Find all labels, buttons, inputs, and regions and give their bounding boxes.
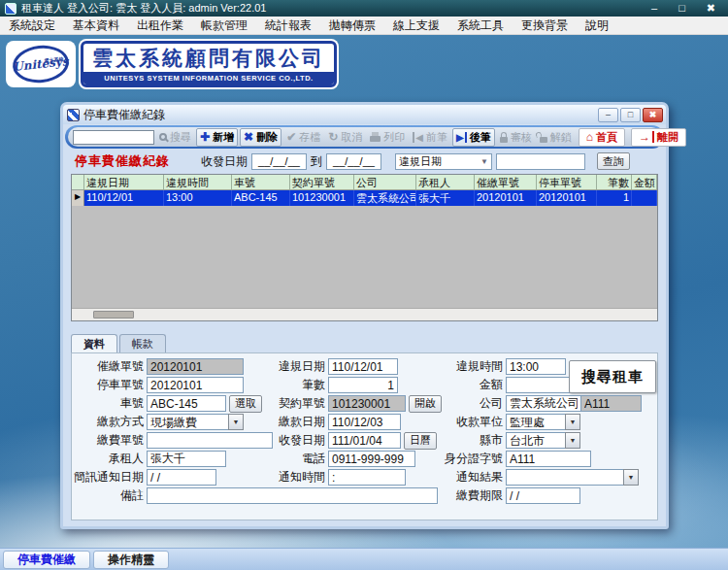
- toolbar-cancel-button[interactable]: ↻ 取消: [325, 129, 365, 146]
- menu-basic-data[interactable]: 基本資料: [64, 17, 128, 34]
- toolbar-exit-button[interactable]: → 離開: [631, 128, 686, 147]
- column-header-company[interactable]: 公司: [354, 175, 416, 189]
- notify-result-label: 通知結果: [414, 469, 506, 486]
- violation-date-field[interactable]: [328, 358, 398, 375]
- dialog-close-button[interactable]: ✖: [643, 108, 663, 122]
- toolbar-previous-record-button[interactable]: ◀ 前筆: [410, 129, 450, 146]
- contract-no-field[interactable]: [328, 395, 406, 412]
- cell-contract-no[interactable]: 101230001: [290, 190, 354, 206]
- menu-system-tools[interactable]: 系統工具: [448, 17, 513, 34]
- keyword-input[interactable]: [496, 153, 585, 170]
- taskbar-item-parking-fee[interactable]: 停車費催繳: [3, 551, 90, 569]
- menu-help[interactable]: 說明: [577, 17, 617, 34]
- close-button[interactable]: ✖: [707, 2, 715, 15]
- cell-renter[interactable]: 張大千: [416, 190, 475, 206]
- grid-horizontal-scrollbar[interactable]: [72, 308, 657, 320]
- cell-amount[interactable]: [632, 190, 657, 206]
- toolbar-print-button[interactable]: 列印: [367, 129, 408, 146]
- remark-field[interactable]: [147, 487, 438, 504]
- menu-online-support[interactable]: 線上支援: [384, 17, 448, 34]
- issue-date-field[interactable]: [328, 432, 401, 449]
- column-header-plate[interactable]: 車號: [232, 175, 290, 189]
- column-header-renter[interactable]: 承租人: [416, 175, 475, 189]
- id-no-label: 身分證字號: [414, 451, 506, 467]
- date-to-input[interactable]: [326, 153, 381, 170]
- company-code-field[interactable]: [581, 395, 642, 412]
- pay-no-field[interactable]: [147, 432, 273, 449]
- reminder-no-field[interactable]: [147, 358, 244, 375]
- dialog-minimize-button[interactable]: –: [598, 108, 618, 122]
- sms-date-field[interactable]: [147, 469, 216, 486]
- notify-result-select[interactable]: ▼: [506, 469, 639, 486]
- previous-record-icon: ◀: [413, 132, 423, 143]
- logo-name-box: 雲太系統顧問有限公司 UNITESYS SYSTEM INFORMATION S…: [81, 41, 337, 87]
- toolbar-delete-button[interactable]: ✖ 刪除: [240, 128, 281, 147]
- taskbar-item-wizard[interactable]: 操作精靈: [93, 551, 169, 569]
- cell-violation-time[interactable]: 13:00: [164, 190, 232, 206]
- renter-field[interactable]: [147, 451, 226, 467]
- chevron-down-icon[interactable]: ▼: [623, 469, 639, 486]
- date-from-input[interactable]: [251, 153, 307, 170]
- toolbar-next-record-button[interactable]: ▶ 後筆: [452, 128, 495, 147]
- plate-field[interactable]: [147, 395, 226, 412]
- cell-count[interactable]: 1: [597, 190, 632, 206]
- pay-date-label: 繳款日期: [257, 414, 328, 430]
- violation-time-field[interactable]: [506, 358, 566, 375]
- chevron-down-icon[interactable]: ▼: [565, 414, 580, 430]
- column-header-contract-no[interactable]: 契約單號: [290, 175, 354, 189]
- cell-company[interactable]: 雲太系統公司: [354, 190, 416, 206]
- dialog-maximize-button[interactable]: □: [620, 108, 641, 122]
- column-header-amount[interactable]: 金額: [632, 175, 657, 189]
- search-field-select[interactable]: 違規日期 ▼: [395, 153, 492, 170]
- cell-violation-date[interactable]: 110/12/01: [84, 190, 164, 206]
- toolbar-search-button[interactable]: 搜尋: [156, 129, 194, 146]
- toolbar-save-button[interactable]: ✔ 存檔: [283, 129, 323, 146]
- menu-account-mgmt[interactable]: 帳款管理: [192, 17, 256, 34]
- toolbar-audit-button[interactable]: 審核: [497, 129, 535, 146]
- cell-parking-no[interactable]: 20120101: [537, 190, 597, 206]
- pay-method-select[interactable]: 現場繳費 ▼: [147, 414, 244, 430]
- query-button[interactable]: 查詢: [597, 152, 630, 170]
- column-header-reminder-no[interactable]: 催繳單號: [475, 175, 537, 189]
- menu-voucher-transfer[interactable]: 拋轉傳票: [320, 17, 384, 34]
- parking-no-field[interactable]: [147, 377, 244, 393]
- menu-statistics[interactable]: 統計報表: [256, 17, 320, 34]
- filter-row: 停車費催繳紀錄 收發日期 到 違規日期 ▼ 查詢: [63, 149, 666, 173]
- company-field[interactable]: [506, 395, 581, 412]
- column-header-violation-time[interactable]: 違規時間: [164, 175, 232, 189]
- toolbar-button-label: 存檔: [299, 130, 320, 145]
- search-icon: [159, 133, 167, 141]
- scrollbar-thumb[interactable]: [93, 311, 134, 319]
- toolbar-add-button[interactable]: ✚ 新增: [196, 128, 238, 147]
- table-row-selected[interactable]: ▶ 110/12/01 13:00 ABC-145 101230001 雲太系統…: [72, 190, 657, 206]
- menu-change-background[interactable]: 更換背景: [513, 17, 577, 34]
- chevron-down-icon[interactable]: ▼: [565, 432, 580, 449]
- toolbar-home-button[interactable]: ⌂ 首頁: [579, 128, 625, 147]
- notify-time-field[interactable]: [328, 469, 406, 486]
- tab-data[interactable]: 資料: [71, 334, 117, 352]
- cell-reminder-no[interactable]: 20120101: [475, 190, 537, 206]
- maximize-button[interactable]: □: [678, 2, 685, 15]
- chevron-down-icon[interactable]: ▼: [228, 414, 244, 430]
- count-field[interactable]: [328, 377, 398, 393]
- column-header-parking-no[interactable]: 停車單號: [537, 175, 597, 189]
- column-header-violation-date[interactable]: 違規日期: [84, 175, 164, 189]
- city-select[interactable]: 台北市 ▼: [506, 432, 580, 449]
- receive-unit-value: 監理處: [506, 414, 565, 430]
- menu-rental-ops[interactable]: 出租作業: [128, 17, 192, 34]
- receive-unit-select[interactable]: 監理處 ▼: [506, 414, 580, 430]
- city-value: 台北市: [506, 432, 565, 449]
- tab-account[interactable]: 帳款: [119, 334, 166, 352]
- toolbar-unlock-button[interactable]: 解鎖: [537, 129, 575, 146]
- toolbar-quick-search-input[interactable]: [73, 130, 154, 145]
- id-no-field[interactable]: [506, 451, 591, 467]
- column-header-count[interactable]: 筆數: [597, 175, 632, 189]
- phone-field[interactable]: [328, 451, 415, 467]
- menu-system-settings[interactable]: 系統設定: [0, 17, 64, 34]
- cell-plate[interactable]: ABC-145: [232, 190, 290, 206]
- deadline-field[interactable]: [506, 487, 580, 504]
- pay-date-field[interactable]: [328, 414, 401, 430]
- company-name-en: UNITESYS SYSTEM INFORMATION SERVICE CO.,…: [83, 72, 334, 84]
- minimize-button[interactable]: –: [651, 2, 657, 15]
- search-rental-button[interactable]: 搜尋租車: [569, 360, 656, 393]
